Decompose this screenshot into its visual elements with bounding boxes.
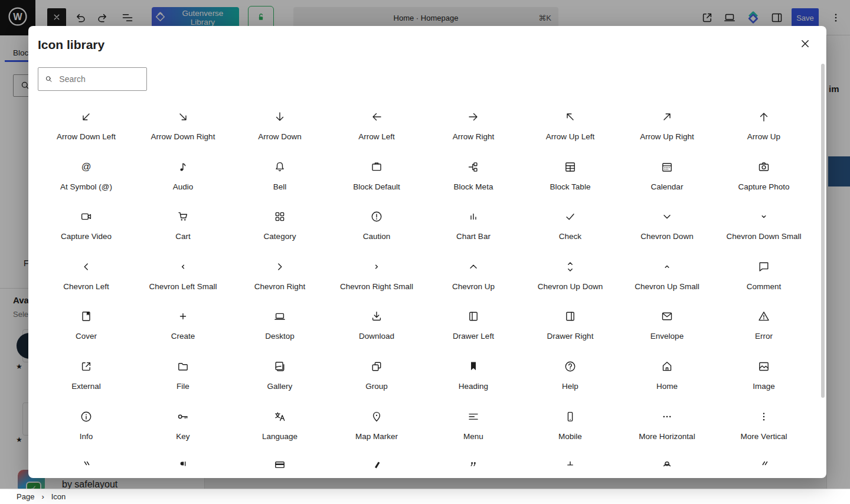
icon-grid-item[interactable]: Chevron Right Small: [328, 256, 425, 306]
icon-grid-item[interactable]: Chevron Down: [619, 206, 715, 256]
at-symbol-icon: @: [79, 160, 93, 174]
icon-grid-item[interactable]: Key: [135, 406, 231, 456]
icon-label: Check: [559, 232, 581, 241]
icon-grid-item[interactable]: Category: [231, 206, 328, 256]
more-vertical-icon: [757, 410, 771, 424]
icon-grid-item[interactable]: Image: [715, 356, 812, 406]
icon-grid-item[interactable]: [38, 456, 135, 478]
icon-label: Create: [171, 332, 195, 341]
screen: W Gutenverse Library: [0, 0, 850, 504]
icon-grid-item[interactable]: Error: [715, 306, 812, 356]
icon-grid-item[interactable]: Create: [135, 306, 231, 356]
icon-grid-item[interactable]: Comment: [715, 256, 812, 306]
chevron-down-small-icon: [757, 210, 771, 224]
breadcrumb-current: Icon: [51, 492, 66, 501]
icon-grid-item[interactable]: More Vertical: [715, 406, 812, 456]
icon-grid-item[interactable]: Menu: [425, 406, 522, 456]
icon-grid-item[interactable]: Chevron Left Small: [135, 256, 231, 306]
icon-label: Language: [262, 432, 298, 441]
icon-grid-item[interactable]: Home: [619, 356, 715, 406]
icon-grid-item[interactable]: Chevron Up: [425, 256, 522, 306]
icon-grid-item[interactable]: Envelope: [619, 306, 715, 356]
icon-grid-item[interactable]: File: [135, 356, 231, 406]
modal-scrollbar[interactable]: [821, 64, 825, 398]
icon-label: Group: [365, 382, 388, 391]
icon-grid-item[interactable]: [135, 456, 231, 478]
icon-grid-item[interactable]: Arrow Down Left: [38, 106, 135, 156]
icon-grid-item[interactable]: Desktop: [231, 306, 328, 356]
icon-grid-item[interactable]: Info: [38, 406, 135, 456]
icon-grid-item[interactable]: Block Meta: [425, 156, 522, 207]
more-horizontal-icon: [660, 410, 674, 424]
arrow-down-left-icon: [79, 110, 93, 124]
icon-grid-item[interactable]: Arrow Down: [231, 106, 328, 156]
icon-grid-item[interactable]: Capture Video: [38, 206, 135, 256]
language-icon: [273, 410, 287, 424]
icon-grid-item[interactable]: Mobile: [522, 406, 619, 456]
icon-grid-item[interactable]: Chevron Up Small: [619, 256, 715, 306]
icon-grid-item[interactable]: Block Default: [328, 156, 425, 207]
icon-label: External: [71, 382, 101, 391]
icon-grid-item[interactable]: Cover: [38, 306, 135, 356]
icon-grid-item[interactable]: Download: [328, 306, 425, 356]
icon-grid-item[interactable]: [328, 456, 425, 478]
menu-icon: [466, 410, 480, 424]
icon-grid-item[interactable]: Chevron Right: [231, 256, 328, 306]
icon-grid-item[interactable]: [522, 456, 619, 478]
icon-grid-item[interactable]: Language: [231, 406, 328, 456]
icon-grid-item[interactable]: Arrow Up Right: [619, 106, 715, 156]
icon-label: More Vertical: [741, 432, 787, 441]
icon-grid-item[interactable]: [619, 456, 715, 478]
modal-close-button[interactable]: [798, 37, 812, 51]
icon-grid-item[interactable]: Capture Photo: [715, 156, 812, 207]
icon-grid-item[interactable]: Drawer Right: [522, 306, 619, 356]
icon-label: Capture Photo: [738, 182, 789, 191]
icon-label: Category: [264, 232, 296, 241]
icon-grid-item[interactable]: More Horizontal: [619, 406, 715, 456]
icon-grid-item[interactable]: [715, 456, 812, 478]
icon-grid-item[interactable]: Arrow Right: [425, 106, 522, 156]
icon-grid-item[interactable]: Chevron Left: [38, 256, 135, 306]
icon-grid: Arrow Down LeftArrow Down RightArrow Dow…: [38, 106, 812, 478]
bell-icon: [273, 160, 287, 174]
icon-grid-item[interactable]: [231, 456, 328, 478]
icon-grid-item[interactable]: @At Symbol (@): [38, 156, 135, 207]
icon-grid-item[interactable]: Check: [522, 206, 619, 256]
icon-grid-item[interactable]: Help: [522, 356, 619, 406]
icon-grid-item[interactable]: Arrow Down Right: [135, 106, 231, 156]
icon-grid-item[interactable]: Audio: [135, 156, 231, 207]
icon-label: Error: [755, 332, 773, 341]
icon-grid-item[interactable]: Arrow Left: [328, 106, 425, 156]
breadcrumb-page[interactable]: Page: [17, 492, 34, 501]
icon-grid-item[interactable]: Bell: [231, 156, 328, 207]
icon-grid-item[interactable]: Map Marker: [328, 406, 425, 456]
icon-grid-item[interactable]: Gallery: [231, 356, 328, 406]
chevron-right-small-icon: [370, 260, 384, 274]
icon-label: Caution: [363, 232, 391, 241]
icon-grid-item[interactable]: Group: [328, 356, 425, 406]
icon-grid-item[interactable]: Chevron Up Down: [522, 256, 619, 306]
icon-grid-item[interactable]: External: [38, 356, 135, 406]
icon-grid-item[interactable]: Block Table: [522, 156, 619, 207]
icon-search-input[interactable]: [58, 74, 140, 84]
icon-grid-item[interactable]: Arrow Up: [715, 106, 812, 156]
icon-grid-item[interactable]: [425, 456, 522, 478]
icon-grid-item[interactable]: Chevron Down Small: [715, 206, 812, 256]
arrow-up-icon: [757, 110, 771, 124]
icon-label: Arrow Right: [453, 132, 495, 141]
icon-grid-item[interactable]: Calendar: [619, 156, 715, 207]
icon-grid-item[interactable]: Arrow Up Left: [522, 106, 619, 156]
capture-photo-icon: [757, 160, 771, 174]
icon-grid-item[interactable]: Drawer Left: [425, 306, 522, 356]
mobile-icon: [563, 410, 577, 424]
chevron-left-small-icon: [176, 260, 190, 274]
icon-grid-item[interactable]: Chart Bar: [425, 206, 522, 256]
icon-grid-item[interactable]: Heading: [425, 356, 522, 406]
icon-grid-item[interactable]: Cart: [135, 206, 231, 256]
icon-label: Arrow Down: [258, 132, 302, 141]
icon-label: Arrow Left: [358, 132, 395, 141]
icon-label: Cart: [175, 232, 191, 241]
icon-grid-item[interactable]: Caution: [328, 206, 425, 256]
key-icon: [176, 410, 190, 424]
icon-label: Chevron Left: [63, 282, 109, 291]
